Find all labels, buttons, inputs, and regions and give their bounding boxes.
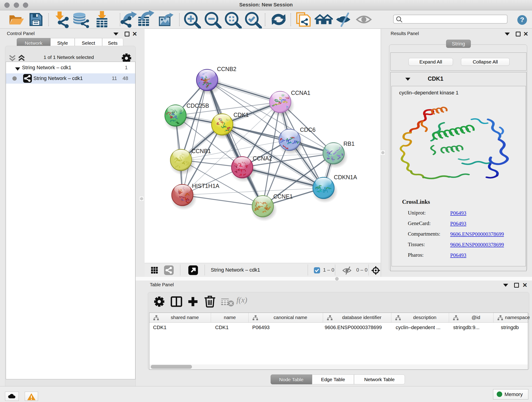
svg-text:CDK1: CDK1 [234,112,249,118]
svg-text:CCNA1: CCNA1 [291,89,310,96]
svg-text:CDC25B: CDC25B [186,102,209,109]
svg-text:CDKN1A: CDKN1A [334,174,357,180]
svg-text:CCNB1: CCNB1 [191,148,211,154]
svg-text:CCNB2: CCNB2 [217,66,236,72]
svg-text:CCNA2: CCNA2 [253,155,272,162]
svg-text:CDC6: CDC6 [300,127,316,133]
svg-text:?: ? [520,16,524,23]
svg-text:HIST1H1A: HIST1H1A [192,183,220,189]
svg-text:CCNE1: CCNE1 [273,193,293,200]
svg-text:RB1: RB1 [343,140,355,147]
